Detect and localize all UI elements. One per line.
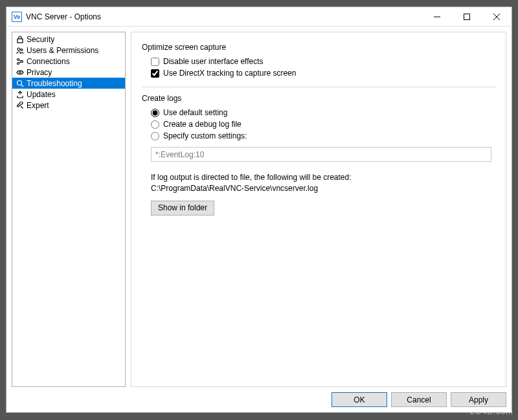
- radio-default-label: Use default setting: [163, 108, 227, 117]
- radio-custom[interactable]: [151, 132, 159, 140]
- svg-line-15: [21, 106, 23, 109]
- custom-log-input[interactable]: [151, 147, 491, 162]
- window-controls: [422, 7, 512, 26]
- main-area: Security Users & Permissions Connections: [12, 32, 506, 387]
- sidebar-item-connections[interactable]: Connections: [12, 56, 125, 67]
- radio-debug[interactable]: [151, 120, 159, 129]
- svg-line-10: [19, 60, 21, 61]
- svg-rect-4: [17, 39, 23, 43]
- sidebar: Security Users & Permissions Connections: [12, 32, 126, 387]
- logs-group-title: Create logs: [142, 94, 495, 103]
- svg-point-13: [17, 80, 22, 85]
- radio-default-row[interactable]: Use default setting: [151, 108, 495, 117]
- sidebar-item-privacy[interactable]: Privacy: [12, 67, 125, 78]
- maximize-button[interactable]: [452, 7, 482, 26]
- radio-custom-label: Specify custom settings:: [163, 131, 247, 140]
- magnifier-icon: [15, 78, 25, 89]
- wrench-icon: [15, 100, 25, 111]
- sidebar-item-label: Security: [27, 35, 54, 44]
- log-info-line1: If log output is directed to file, the f…: [151, 172, 495, 183]
- log-info-line2: C:\ProgramData\RealVNC-Service\vncserver…: [151, 183, 495, 194]
- sidebar-item-label: Troubleshooting: [27, 79, 82, 88]
- radio-debug-row[interactable]: Create a debug log file: [151, 120, 495, 129]
- svg-line-11: [19, 61, 21, 63]
- sidebar-item-expert[interactable]: Expert: [12, 100, 125, 111]
- use-directx-label: Use DirectX tracking to capture screen: [163, 69, 296, 78]
- sidebar-item-security[interactable]: Security: [12, 34, 125, 45]
- sidebar-item-label: Expert: [27, 101, 49, 110]
- show-in-folder-button[interactable]: Show in folder: [151, 201, 214, 216]
- app-icon: Ve: [12, 12, 22, 22]
- disable-effects-checkbox-row[interactable]: Disable user interface effects: [151, 57, 495, 66]
- watermark: LO4D.com: [470, 406, 513, 416]
- use-directx-checkbox[interactable]: [151, 69, 159, 78]
- connections-icon: [15, 56, 25, 67]
- sidebar-item-label: Updates: [27, 90, 56, 99]
- footer: OK Cancel Apply: [12, 387, 506, 407]
- sidebar-item-label: Connections: [27, 57, 70, 66]
- svg-point-6: [21, 49, 23, 50]
- lock-icon: [15, 34, 25, 45]
- content-panel: Optimize screen capture Disable user int…: [131, 32, 506, 387]
- separator: [142, 87, 495, 87]
- radio-debug-label: Create a debug log file: [163, 120, 242, 129]
- svg-point-5: [17, 48, 20, 50]
- radio-custom-row[interactable]: Specify custom settings:: [151, 131, 495, 140]
- users-icon: [15, 45, 25, 56]
- log-info-text: If log output is directed to file, the f…: [151, 172, 495, 194]
- eye-icon: [15, 67, 25, 78]
- apply-button[interactable]: Apply: [451, 392, 506, 407]
- sidebar-item-users[interactable]: Users & Permissions: [12, 45, 125, 56]
- options-window: Ve VNC Server - Options Security: [6, 6, 512, 413]
- svg-rect-1: [464, 14, 470, 19]
- use-directx-checkbox-row[interactable]: Use DirectX tracking to capture screen: [151, 69, 495, 78]
- svg-line-14: [21, 85, 23, 87]
- minimize-button[interactable]: [422, 7, 452, 26]
- cancel-button[interactable]: Cancel: [391, 392, 447, 407]
- disable-effects-checkbox[interactable]: [151, 58, 159, 66]
- sidebar-item-label: Users & Permissions: [27, 46, 98, 55]
- disable-effects-label: Disable user interface effects: [163, 57, 264, 66]
- window-body: Security Users & Permissions Connections: [6, 27, 512, 412]
- sidebar-item-updates[interactable]: Updates: [12, 89, 125, 100]
- ok-button[interactable]: OK: [332, 392, 387, 407]
- optimize-group-title: Optimize screen capture: [142, 43, 495, 52]
- radio-default[interactable]: [151, 109, 159, 117]
- titlebar: Ve VNC Server - Options: [6, 7, 512, 27]
- sidebar-item-label: Privacy: [27, 68, 52, 77]
- window-title: VNC Server - Options: [26, 12, 101, 21]
- sidebar-item-troubleshooting[interactable]: Troubleshooting: [12, 78, 125, 89]
- update-icon: [15, 89, 25, 100]
- svg-point-12: [19, 71, 21, 73]
- close-button[interactable]: [482, 7, 512, 26]
